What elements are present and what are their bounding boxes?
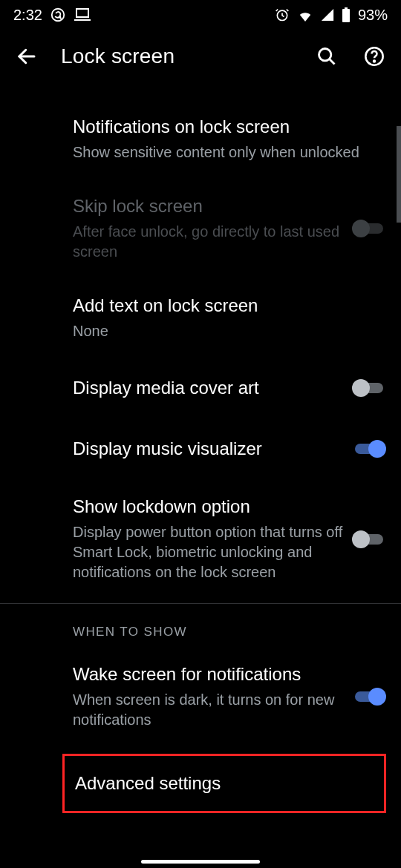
setting-subtitle: Display power button option that turns o… <box>73 522 345 582</box>
toggle-music-visualizer[interactable] <box>352 438 386 459</box>
laptop-icon <box>74 7 91 23</box>
app-bar: Lock screen <box>0 30 401 83</box>
toggle-wake-for-notifications[interactable] <box>352 686 386 707</box>
nav-handle[interactable] <box>141 860 260 864</box>
svg-rect-4 <box>342 9 350 22</box>
svg-rect-1 <box>76 9 88 17</box>
setting-title: Wake screen for notifications <box>73 663 345 685</box>
status-time: 2:32 <box>13 7 42 24</box>
help-button[interactable] <box>361 43 388 70</box>
toggle-media-cover-art[interactable] <box>352 378 386 398</box>
setting-subtitle: None <box>73 321 379 341</box>
search-button[interactable] <box>313 43 340 70</box>
page-title: Lock screen <box>61 45 293 68</box>
setting-subtitle: Show sensitive content only when unlocke… <box>73 142 379 162</box>
setting-title: Show lockdown option <box>73 496 345 518</box>
scrollbar[interactable] <box>397 126 401 223</box>
setting-advanced[interactable]: Advanced settings <box>75 766 384 800</box>
setting-notifications-lockscreen[interactable]: Notifications on lock screen Show sensit… <box>73 99 386 179</box>
section-header-when-to-show: WHEN TO SHOW <box>73 604 386 647</box>
svg-rect-5 <box>345 7 348 9</box>
whatsapp-icon <box>50 7 66 23</box>
status-bar: 2:32 93% <box>0 0 401 30</box>
back-button[interactable] <box>13 43 40 70</box>
setting-title: Display media cover art <box>73 377 345 399</box>
setting-title: Skip lock screen <box>73 195 345 217</box>
setting-media-cover-art[interactable]: Display media cover art <box>73 358 386 418</box>
battery-icon <box>342 7 351 22</box>
setting-wake-for-notifications[interactable]: Wake screen for notifications When scree… <box>73 647 386 746</box>
setting-lockdown-option[interactable]: Show lockdown option Display power butto… <box>73 479 386 599</box>
setting-subtitle: When screen is dark, it turns on for new… <box>73 690 345 730</box>
setting-title: Add text on lock screen <box>73 295 379 317</box>
svg-point-0 <box>52 9 65 22</box>
setting-subtitle: After face unlock, go directly to last u… <box>73 222 345 262</box>
alarm-icon <box>275 7 290 22</box>
setting-title: Notifications on lock screen <box>73 116 379 138</box>
highlight-advanced-settings: Advanced settings <box>62 754 386 813</box>
setting-add-text[interactable]: Add text on lock screen None <box>73 278 386 358</box>
svg-point-7 <box>319 49 331 61</box>
toggle-skip-lockscreen <box>352 218 386 239</box>
setting-skip-lockscreen: Skip lock screen After face unlock, go d… <box>73 179 386 278</box>
svg-line-8 <box>330 59 335 65</box>
toggle-lockdown-option[interactable] <box>352 529 386 550</box>
status-battery-percent: 93% <box>358 7 388 24</box>
setting-title: Advanced settings <box>75 772 376 795</box>
signal-icon <box>321 8 334 22</box>
wifi-icon <box>297 8 313 22</box>
setting-music-visualizer[interactable]: Display music visualizer <box>73 418 386 479</box>
svg-point-10 <box>374 60 375 62</box>
setting-title: Display music visualizer <box>73 438 345 460</box>
